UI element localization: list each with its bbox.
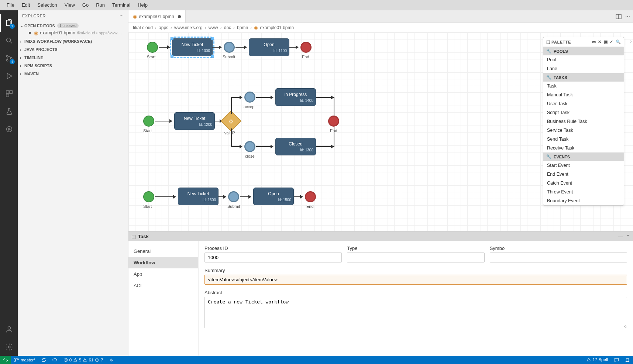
palette-item-service-task[interactable]: Service Task	[543, 126, 624, 135]
flow1-start-event[interactable]	[147, 42, 158, 53]
props-tab-general[interactable]: General	[128, 245, 198, 257]
flow3-task-open[interactable]: Open Id: 1500	[253, 188, 294, 205]
palette-item-user-task[interactable]: User Task	[543, 99, 624, 108]
activity-settings-icon[interactable]	[0, 338, 18, 356]
palette-item-start-event[interactable]: Start Event	[543, 161, 624, 170]
palette-tool-search-icon[interactable]: 🔍	[616, 40, 621, 44]
flow2-start-event[interactable]	[143, 116, 154, 127]
flow1-task-new-ticket[interactable]: New Ticket Id: 1000	[172, 38, 213, 56]
flow3-task-new-ticket[interactable]: New Ticket Id: 1600	[178, 188, 219, 205]
split-editor-icon[interactable]	[616, 14, 622, 20]
activity-circle-icon[interactable]	[0, 120, 18, 138]
process-id-input[interactable]	[204, 253, 342, 262]
section-npm-scripts[interactable]: ›NPM SCRIPTS	[18, 62, 128, 69]
menu-go[interactable]: Go	[79, 1, 92, 9]
crumb-0[interactable]: tikal-cloud	[133, 25, 153, 30]
activity-debug-icon[interactable]	[0, 67, 18, 85]
menu-help[interactable]: Help	[134, 1, 151, 9]
menu-file[interactable]: File	[3, 1, 18, 9]
palette-item-task[interactable]: Task	[543, 82, 624, 90]
menu-selection[interactable]: Selection	[34, 1, 61, 9]
palette-item-script-task[interactable]: Script Task	[543, 108, 624, 117]
remote-indicator[interactable]	[0, 356, 11, 364]
menu-terminal[interactable]: Terminal	[109, 1, 134, 9]
crumb-2[interactable]: www.imixs.org	[174, 25, 203, 30]
breadcrumb[interactable]: tikal-cloud› apps› www.imixs.org› www› d…	[128, 23, 633, 32]
activity-account-icon[interactable]	[0, 320, 18, 338]
palette-item-business-rule-task[interactable]: Business Rule Task	[543, 117, 624, 126]
section-timeline[interactable]: ›TIMELINE	[18, 54, 128, 61]
svg-rect-6	[6, 94, 9, 97]
menu-view[interactable]: View	[61, 1, 79, 9]
activity-flask-icon[interactable]	[0, 103, 18, 120]
crumb-3[interactable]: www	[209, 25, 218, 30]
notifications-icon[interactable]	[622, 357, 633, 363]
crumb-1[interactable]: apps	[159, 25, 168, 30]
activity-extensions-icon[interactable]	[0, 85, 18, 103]
menu-run[interactable]: Run	[92, 1, 109, 9]
palette-item-boundary-event[interactable]: Boundary Event	[543, 196, 624, 205]
symbol-input[interactable]	[490, 253, 627, 262]
palette-item-manual-task[interactable]: Manual Task	[543, 90, 624, 99]
palette-tool-lasso-icon[interactable]: ▣	[604, 40, 608, 44]
abstract-textarea[interactable]	[204, 297, 627, 328]
palette-item-lane[interactable]: Lane	[543, 64, 624, 73]
spell-check[interactable]: 17 Spell	[584, 357, 611, 362]
cloud-icon[interactable]	[49, 356, 61, 364]
feedback-icon[interactable]	[611, 357, 622, 363]
activity-explorer-icon[interactable]: 1	[0, 14, 18, 32]
flow3-submit-event[interactable]	[228, 191, 239, 202]
open-editor-file[interactable]: ◉ example01.bpmn tikal-cloud • apps/www.…	[18, 29, 128, 37]
more-actions-icon[interactable]: ⋯	[625, 14, 630, 19]
flow3-end-event[interactable]	[305, 191, 316, 202]
palette-item-receive-task[interactable]: Receive Task	[543, 144, 624, 152]
palette-tool-delete-icon[interactable]: ✕	[598, 40, 602, 44]
palette-item-throw-event[interactable]: Throw Event	[543, 188, 624, 196]
sync-icon[interactable]	[38, 356, 49, 364]
section-maven[interactable]: ›MAVEN	[18, 71, 128, 77]
crumb-6[interactable]: example01.bpmn	[260, 25, 294, 30]
tab-example01[interactable]: ◉ example01.bpmn	[128, 10, 186, 23]
menu-edit[interactable]: Edit	[18, 1, 34, 9]
flow3-start-event[interactable]	[143, 191, 154, 202]
props-tab-acl[interactable]: ACL	[128, 280, 198, 291]
flow2-close-event[interactable]	[244, 141, 255, 152]
flow1-end-event[interactable]	[300, 42, 312, 53]
palette-tool-select-icon[interactable]: ▭	[592, 40, 596, 44]
props-tab-workflow[interactable]: Workflow	[128, 257, 198, 268]
flow2-task-inprogress[interactable]: in Progress Id: 1400	[275, 88, 316, 106]
activity-search-icon[interactable]	[0, 32, 18, 49]
section-open-editors[interactable]: ⌄ OPEN EDITORS 1 unsaved	[18, 22, 128, 29]
flow2-accept-event[interactable]	[244, 92, 255, 103]
flow2-end-event[interactable]	[328, 116, 339, 127]
problems-indicator[interactable]: 0 5 61 7	[61, 356, 106, 364]
palette-item-pool[interactable]: Pool	[543, 55, 624, 64]
palette-item-end-event[interactable]: End Event	[543, 170, 624, 179]
flow2-task-closed[interactable]: Closed Id: 1300	[275, 138, 316, 155]
palette-next-icon[interactable]: ›	[630, 38, 632, 44]
palette-item-catch-event[interactable]: Catch Event	[543, 179, 624, 188]
palette-section-tasks[interactable]: 🔧TASKS	[543, 73, 624, 82]
flow1-submit-event[interactable]	[224, 42, 235, 53]
git-branch[interactable]: master*	[11, 356, 38, 364]
flow1-task-open[interactable]: Open Id: 1100	[249, 38, 289, 56]
activity-source-control-icon[interactable]: 4	[0, 49, 18, 67]
crumb-5[interactable]: bpmn	[237, 25, 248, 30]
section-java-projects[interactable]: ›JAVA PROJECTS	[18, 46, 128, 53]
crumb-4[interactable]: doc	[224, 25, 231, 30]
summary-input[interactable]	[204, 275, 627, 285]
more-icon[interactable]: ⋯	[120, 14, 124, 18]
expand-icon[interactable]: ⌃	[626, 234, 630, 239]
palette-tool-check-icon[interactable]: ✓	[610, 40, 613, 44]
palette-section-title: POOLS	[554, 49, 568, 54]
flow2-task-new-ticket[interactable]: New Ticket Id: 1200	[174, 112, 215, 130]
section-workspace[interactable]: ›IMIXS-WORKFLOW (WORKSPACE)	[18, 38, 128, 45]
bpmn-diagram[interactable]: Start New Ticket Id: 1000 Submit Open Id…	[128, 32, 633, 231]
type-input[interactable]	[347, 253, 484, 262]
live-share-icon[interactable]	[106, 356, 117, 364]
minimize-icon[interactable]: —	[618, 234, 623, 239]
palette-item-send-task[interactable]: Send Task	[543, 135, 624, 144]
palette-section-pools[interactable]: 🔧POOLS	[543, 47, 624, 55]
props-tab-app[interactable]: App	[128, 268, 198, 280]
palette-section-events[interactable]: 🔧EVENTS	[543, 152, 624, 161]
